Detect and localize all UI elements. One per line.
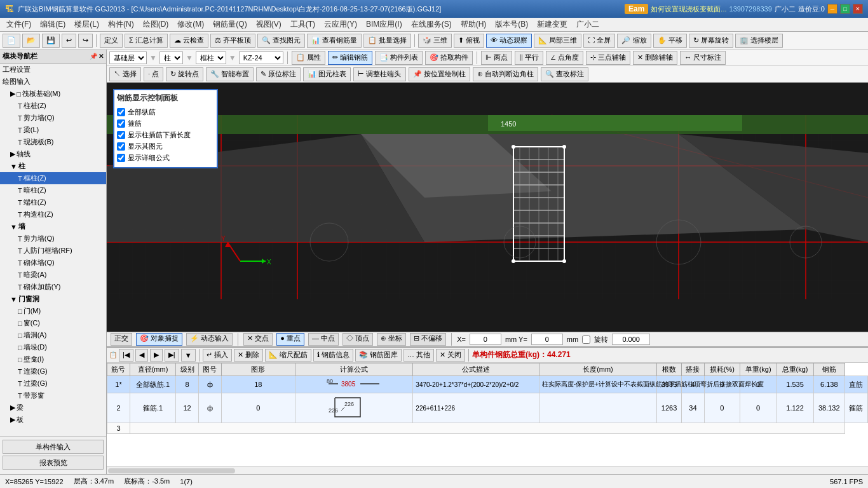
property-button[interactable]: 📋 属性 <box>292 51 325 65</box>
menu-edit[interactable]: 编辑(E) <box>36 18 69 31</box>
sidebar-item-coupling-beam[interactable]: T 连梁(G) <box>0 365 106 377</box>
rebar-info-button[interactable]: ℹ 钢筋信息 <box>313 349 353 362</box>
insert-row-button[interactable]: ↵ 插入 <box>203 349 232 362</box>
sidebar-item-end-col[interactable]: T 端柱(Z) <box>0 196 106 208</box>
rebar-table-container[interactable]: 筋号 直径(mm) 级别 图号 图形 计算公式 公式描述 长度(mm) 根数 搭… <box>107 363 868 466</box>
sidebar-item-beam-base[interactable]: T 梁(L) <box>0 124 106 136</box>
smart-place-button[interactable]: 🔧 智能布置 <box>206 67 254 81</box>
batch-select-button[interactable]: 📋 批量选择 <box>363 34 411 48</box>
elem-type-select[interactable]: 框柱 <box>196 51 226 64</box>
sidebar-item-masonry-rebar[interactable]: T 砌体加筋(Y) <box>0 281 106 293</box>
close-button[interactable]: ✕ <box>853 4 863 14</box>
menu-bim[interactable]: BIM应用(I) <box>362 18 406 31</box>
sidebar-item-construct-col[interactable]: T 构造柱(Z) <box>0 208 106 220</box>
sidebar-item-wall-pier[interactable]: □ 墙垛(D) <box>0 341 106 353</box>
menu-online[interactable]: 在线服务(S) <box>407 18 456 31</box>
sidebar-item-pile-column[interactable]: T 柱桩(Z) <box>0 100 106 112</box>
next-page-button[interactable]: ▶ <box>150 349 163 362</box>
table-row[interactable]: 2 箍筋.1 12 ф 0 226 <box>107 393 868 423</box>
menu-help[interactable]: 帮助(H) <box>457 18 491 31</box>
auto-corner-button[interactable]: ⊕ 自动判断边角柱 <box>473 67 538 81</box>
calc-button[interactable]: Σ 汇总计算 <box>125 34 168 48</box>
zoom-button[interactable]: 🔎 缩放 <box>617 34 651 48</box>
two-point-button[interactable]: ⊩ 两点 <box>481 51 512 65</box>
close-panel-button[interactable]: ✕ 关闭 <box>436 349 465 362</box>
save-button[interactable]: 💾 <box>42 34 60 48</box>
draw-by-pos-button[interactable]: 📌 按位置绘制柱 <box>409 67 470 81</box>
check-other-elem-input[interactable] <box>117 142 125 151</box>
del-axis-button[interactable]: ✕ 删除辅轴 <box>633 51 677 65</box>
report-preview-button[interactable]: 报表预览 <box>3 456 104 470</box>
h-scrollbar[interactable] <box>107 466 868 474</box>
sidebar-item-slab[interactable]: ▶ 板 <box>0 414 106 426</box>
screen-rotate-button[interactable]: ↻ 屏幕旋转 <box>689 34 733 48</box>
new-button[interactable]: 📄 <box>3 34 20 48</box>
element-list-button[interactable]: 📑 构件列表 <box>375 51 423 65</box>
sidebar-item-niche[interactable]: □ 壁龛(I) <box>0 353 106 365</box>
check-label-button[interactable]: 🔍 查改标注 <box>541 67 588 81</box>
menu-cloud[interactable]: 云应用(Y) <box>320 18 361 31</box>
sidebar-item-shearwall-base[interactable]: T 剪力墙(Q) <box>0 112 106 124</box>
check-stirrup[interactable]: 箍筋 <box>117 119 214 128</box>
sidebar-item-hidden-col[interactable]: T 暗柱(Z) <box>0 184 106 196</box>
right-info[interactable]: 如何设置现浇板变截面... <box>651 4 726 14</box>
y-input[interactable] <box>531 334 563 345</box>
menu-view[interactable]: 视图(V) <box>252 18 285 31</box>
layer-select[interactable]: 基础层 <box>109 51 147 64</box>
pan-button[interactable]: ✋ 平移 <box>653 34 687 48</box>
sidebar-item-civil-door-wall[interactable]: T 人防门框墙(RF) <box>0 245 106 257</box>
menu-file[interactable]: 文件(F) <box>3 18 35 31</box>
other-button[interactable]: … 其他 <box>403 349 434 362</box>
level-button[interactable]: ⚖ 齐平板顶 <box>210 34 255 48</box>
point-angle-button[interactable]: ∠ 点角度 <box>546 51 583 65</box>
table-row[interactable]: 1* 全部纵筋.1 8 ф 18 3805 <box>107 376 868 393</box>
sidebar-item-lintel[interactable]: T 过梁(G) <box>0 377 106 390</box>
check-stirrup-input[interactable] <box>117 119 125 128</box>
check-other-elem[interactable]: 显示其图元 <box>117 142 214 151</box>
sidebar-pin-icon[interactable]: 📌 <box>90 53 97 60</box>
sidebar-item-project-settings[interactable]: 工程设置 <box>0 64 106 76</box>
undo-button[interactable]: ↩ <box>62 34 76 48</box>
prev-page-button[interactable]: ◀ <box>135 349 148 362</box>
sidebar-item-strip-window[interactable]: T 带形窗 <box>0 390 106 402</box>
cloud-check-button[interactable]: ☁ 云检查 <box>170 34 208 48</box>
check-insert-len[interactable]: 显示柱插筋下插长度 <box>117 130 214 140</box>
pick-element-button[interactable]: 🎯 拾取构件 <box>425 51 473 65</box>
select-tool[interactable]: ↖ 选择 <box>109 67 141 81</box>
elem-id-select[interactable]: KZ-24 <box>239 51 283 64</box>
first-page-button[interactable]: |◀ <box>119 349 133 362</box>
scale-rebar-button[interactable]: 📐 缩尺配筋 <box>265 349 311 362</box>
delete-row-button[interactable]: ✕ 删除 <box>234 349 263 362</box>
adjust-col-end-button[interactable]: ⊢ 调整柱端头 <box>353 67 405 81</box>
rotate-checkbox[interactable] <box>582 336 590 344</box>
sidebar-item-wall[interactable]: ▼ 墙 <box>0 220 106 233</box>
check-insert-len-input[interactable] <box>117 131 125 139</box>
sidebar-item-wall-hole[interactable]: □ 墙洞(A) <box>0 329 106 341</box>
check-all-rebar-input[interactable] <box>117 108 125 116</box>
rotate-input[interactable] <box>612 334 650 345</box>
sidebar-item-frame-col[interactable]: T 框柱(Z) <box>0 172 106 184</box>
check-detail-formula-input[interactable] <box>117 154 125 162</box>
coord-button[interactable]: ⊕ 坐标 <box>377 333 406 346</box>
check-detail-formula[interactable]: 显示详细公式 <box>117 153 214 163</box>
menu-element[interactable]: 构件(N) <box>104 18 138 31</box>
col-table-button[interactable]: 📊 图元柱表 <box>303 67 351 81</box>
ortho-button[interactable]: 正交 <box>111 333 132 346</box>
sidebar-item-raft[interactable]: ▶ □ 筏板基础(M) <box>0 88 106 100</box>
menu-new-change[interactable]: 新建变更 <box>533 18 571 31</box>
sidebar-item-window[interactable]: □ 窗(C) <box>0 317 106 329</box>
sidebar-item-hidden-beam[interactable]: T 暗梁(A) <box>0 269 106 281</box>
dropdown-button[interactable]: ▼ <box>181 349 196 362</box>
snap-button[interactable]: 🎯 对象捕捉 <box>136 333 182 346</box>
dynamic-input-button[interactable]: ⚡ 动态输入 <box>186 333 233 346</box>
midpoint-button[interactable]: — 中点 <box>308 333 339 346</box>
redo-button[interactable]: ↪ <box>78 34 93 48</box>
menu-floor[interactable]: 楼层(L) <box>71 18 103 31</box>
sidebar-item-door-window[interactable]: ▼ 门窗洞 <box>0 293 106 305</box>
menu-version[interactable]: 版本号(B) <box>491 18 532 31</box>
menu-brand[interactable]: 广小二 <box>573 18 603 31</box>
menu-rebar[interactable]: 钢筋量(Q) <box>209 18 250 31</box>
layer-type-select[interactable]: 柱 <box>159 51 183 64</box>
three-point-axis-button[interactable]: ⊹ 三点辅轴 <box>586 51 630 65</box>
dynamic-obs-button[interactable]: 👁 动态观察 <box>486 34 532 48</box>
